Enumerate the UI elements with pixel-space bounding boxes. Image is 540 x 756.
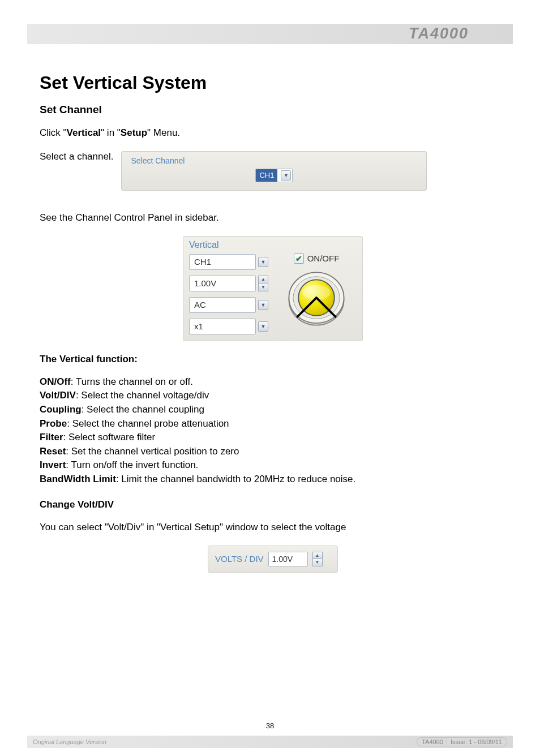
page-number: 38 [0, 721, 540, 730]
instruction-see-panel: See the Channel Control Panel in sidebar… [40, 211, 506, 225]
voltdiv-stepper[interactable]: 1.00V ▲ ▼ [189, 275, 268, 292]
probe-combo[interactable]: x1 ▼ [189, 318, 268, 335]
coupling-combo[interactable]: AC ▼ [189, 297, 268, 313]
brand-title: TA4000 [409, 25, 469, 42]
vertical-panel: Vertical CH1 ▼ 1.00V ▲ ▼ AC [183, 236, 363, 341]
functions-list: ON/Off: Turns the channel on or off. Vol… [40, 375, 506, 487]
voltsdiv-label: VOLTS / DIV [215, 554, 264, 564]
onoff-checkbox[interactable]: ✔ ON/OFF [294, 254, 340, 264]
chevron-up-icon[interactable]: ▲ [258, 276, 268, 284]
voltsdiv-value: 1.00V [268, 552, 308, 566]
vertical-panel-legend: Vertical [189, 240, 357, 250]
select-channel-value: CH1 [256, 169, 277, 182]
section-heading-set-channel: Set Channel [40, 104, 506, 116]
chevron-down-icon[interactable]: ▼ [258, 300, 268, 310]
check-icon: ✔ [294, 254, 304, 264]
footer-left: Original Language Version [33, 738, 106, 745]
chevron-down-icon[interactable]: ▼ [258, 284, 268, 291]
select-channel-fieldset: Select Channel CH1 ▼ [121, 151, 427, 191]
chevron-down-icon[interactable]: ▼ [258, 257, 268, 267]
chevron-up-icon[interactable]: ▲ [312, 552, 323, 560]
header-banner: TA4000 [27, 24, 513, 44]
onoff-label: ON/OFF [307, 254, 340, 263]
knob-icon[interactable] [285, 267, 348, 330]
voltdiv-value: 1.00V [189, 276, 256, 291]
instruction-select-channel: Select a channel. [40, 151, 113, 162]
coupling-value: AC [189, 297, 256, 313]
channel-combo[interactable]: CH1 ▼ [189, 254, 268, 270]
footer-bar: Original Language Version TA4000 Issue: … [27, 736, 513, 748]
change-voltdiv-text: You can select "Volt/Div" in "Vertical S… [40, 521, 506, 534]
probe-value: x1 [189, 319, 256, 334]
chevron-down-icon[interactable]: ▼ [258, 321, 268, 332]
functions-heading: The Vertical function: [40, 354, 506, 365]
select-channel-combo[interactable]: CH1 ▼ [255, 169, 293, 182]
select-channel-legend: Select Channel [128, 156, 419, 165]
chevron-down-icon[interactable]: ▼ [312, 559, 323, 566]
channel-value: CH1 [189, 254, 256, 270]
chevron-down-icon[interactable]: ▼ [281, 170, 291, 181]
page-title: Set Vertical System [40, 72, 506, 93]
voltsdiv-box: VOLTS / DIV 1.00V ▲ ▼ [208, 545, 338, 573]
footer-chip: TA4000 Issue: 1 - 06/09/11 [417, 737, 507, 746]
instruction-click-vertical: Click "Vertical" in "Setup" Menu. [40, 126, 506, 140]
change-voltdiv-heading: Change Volt/DIV [40, 499, 506, 510]
